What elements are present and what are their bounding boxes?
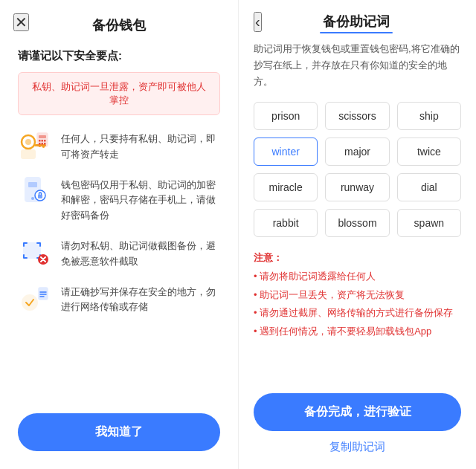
right-panel: ‹ 备份助记词 助记词用于恢复钱包或重置钱包密码,将它准确的抄写在纸上，并存放在…: [238, 0, 476, 469]
note-item-2: • 请勿通过截屏、网络传输的方式进行备份保存: [254, 304, 461, 323]
right-header: ‹ 备份助记词: [254, 12, 461, 32]
word-chip-runway: runway: [325, 173, 389, 201]
word-chip-ship: ship: [397, 102, 461, 130]
security-items-list: 任何人，只要持有私钥、助记词，即可将资产转走 钱包密码仅用于私钥、助记词的加密和…: [18, 129, 220, 401]
security-text-screenshot: 请勿对私钥、助记词做截图备份，避免被恶意软件截取: [61, 236, 220, 270]
screenshot-x-icon: [18, 236, 51, 268]
word-chip-spawn: spawn: [397, 209, 461, 237]
mnemonic-words-grid: prisonscissorsshipwintermajortwicemiracl…: [254, 102, 461, 237]
key-icon: [18, 129, 51, 161]
notes-title: 注意：: [254, 252, 283, 263]
word-chip-miracle: miracle: [254, 173, 318, 201]
word-chip-prison: prison: [254, 102, 318, 130]
word-chip-major: major: [325, 138, 389, 166]
note-item-1: • 助记词一旦丢失，资产将无法恢复: [254, 286, 461, 305]
left-title: 备份钱包: [92, 16, 146, 34]
right-description: 助记词用于恢复钱包或重置钱包密码,将它准确的抄写在纸上，并存放在只有你知道的安全…: [254, 41, 461, 90]
svg-rect-22: [39, 288, 48, 300]
security-item-phone: 钱包密码仅用于私钥、助记词的加密和解密，密码只存储在手机上，请做好密码备份: [18, 175, 220, 224]
word-chip-rabbit: rabbit: [254, 209, 318, 237]
word-chip-winter: winter: [254, 138, 318, 166]
svg-rect-15: [28, 182, 37, 187]
svg-rect-9: [42, 140, 44, 142]
right-notes: 注意： • 请勿将助记词透露给任何人• 助记词一旦丢失，资产将无法恢复• 请勿通…: [254, 249, 461, 340]
security-item-screenshot: 请勿对私钥、助记词做截图备份，避免被恶意软件截取: [18, 236, 220, 270]
right-title: 备份助记词: [323, 13, 390, 32]
svg-point-16: [31, 197, 34, 200]
security-item-copy: 请正确抄写并保存在安全的地方，勿进行网络传输或存储: [18, 282, 220, 316]
word-chip-scissors: scissors: [325, 102, 389, 130]
security-text-phone: 钱包密码仅用于私钥、助记词的加密和解密，密码只存储在手机上，请做好密码备份: [61, 175, 220, 224]
word-chip-twice: twice: [397, 138, 461, 166]
left-subtitle: 请谨记以下安全要点:: [18, 49, 122, 63]
backup-verify-button[interactable]: 备份完成，进行验证: [254, 393, 461, 431]
phone-lock-icon: [18, 175, 51, 207]
security-text-copy: 请正确抄写并保存在安全的地方，勿进行网络传输或存储: [61, 282, 220, 316]
right-title-wrapper: 备份助记词: [269, 13, 443, 32]
word-chip-blossom: blossom: [325, 209, 389, 237]
svg-rect-19: [24, 243, 40, 258]
svg-rect-8: [39, 140, 41, 142]
svg-rect-11: [39, 143, 41, 145]
copy-mnemonic-button[interactable]: 复制助记词: [254, 440, 461, 454]
svg-rect-10: [44, 140, 46, 142]
close-button[interactable]: ✕: [13, 13, 29, 31]
note-item-3: • 遇到任何情况，请不要轻易卸载钱包App: [254, 323, 461, 341]
security-item-key: 任何人，只要持有私钥、助记词，即可将资产转走: [18, 129, 220, 163]
left-panel: ✕ 备份钱包 请谨记以下安全要点: 私钥、助记词一旦泄露，资产即可被他人掌控: [0, 0, 238, 469]
warning-banner: 私钥、助记词一旦泄露，资产即可被他人掌控: [18, 72, 220, 115]
svg-rect-13: [44, 143, 46, 145]
svg-rect-0: [21, 149, 36, 159]
svg-point-2: [25, 139, 31, 145]
back-button[interactable]: ‹: [254, 12, 262, 32]
svg-rect-12: [42, 143, 44, 145]
security-text-key: 任何人，只要持有私钥、助记词，即可将资产转走: [61, 129, 220, 163]
svg-rect-18: [38, 195, 42, 198]
svg-point-21: [22, 295, 37, 310]
copy-safe-icon: [18, 282, 51, 314]
svg-rect-7: [39, 135, 46, 138]
word-chip-dial: dial: [397, 173, 461, 201]
note-item-0: • 请勿将助记词透露给任何人: [254, 268, 461, 286]
confirm-button[interactable]: 我知道了: [18, 413, 220, 451]
